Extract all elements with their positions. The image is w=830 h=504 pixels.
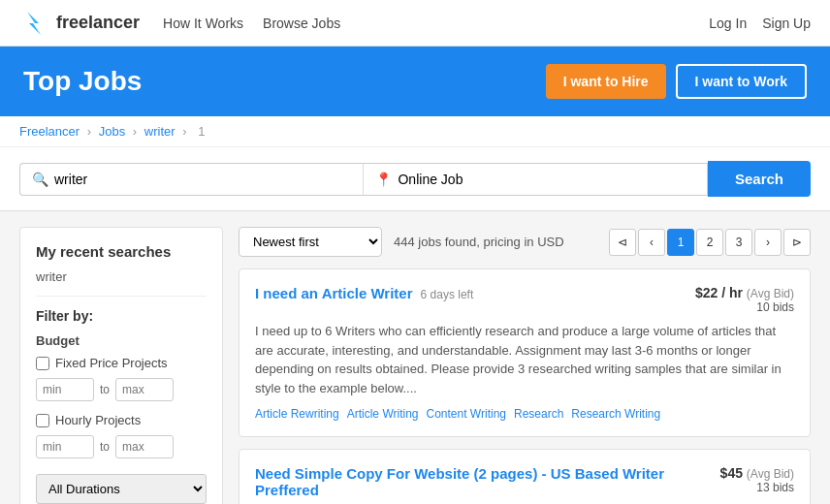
hourly-projects-checkbox[interactable] xyxy=(36,414,49,427)
job-card-1-price-value: $22 / hr xyxy=(695,285,743,300)
job-card-1-tag-3[interactable]: Research xyxy=(514,407,563,421)
sort-select[interactable]: Newest first Oldest first Price: High to… xyxy=(239,227,382,257)
fixed-price-range: to xyxy=(36,378,207,401)
job-card-1-tags: Article Rewriting Article Writing Conten… xyxy=(255,407,794,421)
job-card-1: I need an Article Writer 6 days left $22… xyxy=(239,268,811,437)
page-1-btn[interactable]: 1 xyxy=(667,229,694,256)
job-card-1-price: $22 / hr (Avg Bid) xyxy=(695,285,794,300)
search-location-wrap: 📍 xyxy=(363,163,707,196)
hero-buttons: I want to Hire I want to Work xyxy=(546,64,807,99)
jobs-toolbar: Newest first Oldest first Price: High to… xyxy=(239,227,811,257)
svg-marker-0 xyxy=(27,12,41,35)
hourly-projects-checkbox-label[interactable]: Hourly Projects xyxy=(36,413,207,427)
fixed-range-sep: to xyxy=(100,383,110,396)
auth-links: Log In Sign Up xyxy=(709,16,811,31)
jobs-section: Newest first Oldest first Price: High to… xyxy=(239,227,811,504)
breadcrumb-jobs[interactable]: Jobs xyxy=(99,124,125,139)
page-first-btn[interactable]: ⊲ xyxy=(609,229,636,256)
job-card-1-tag-2[interactable]: Content Writing xyxy=(427,407,506,421)
job-card-2: Need Simple Copy For Website (2 pages) -… xyxy=(239,449,811,504)
job-card-1-tag-4[interactable]: Research Writing xyxy=(571,407,660,421)
job-card-1-title-block: I need an Article Writer 6 days left xyxy=(255,285,473,301)
nav-browse-jobs[interactable]: Browse Jobs xyxy=(263,16,340,31)
pagination: ⊲ ‹ 1 2 3 › ⊳ xyxy=(609,229,811,256)
breadcrumb-sep-3: › xyxy=(182,124,186,139)
navbar: freelancer How It Works Browse Jobs Log … xyxy=(0,0,830,47)
fixed-max-input[interactable] xyxy=(115,378,174,401)
hourly-projects-label: Hourly Projects xyxy=(55,413,141,427)
job-card-1-tag-0[interactable]: Article Rewriting xyxy=(255,407,339,421)
nav-links: How It Works Browse Jobs xyxy=(163,16,709,31)
job-card-1-bids: 10 bids xyxy=(695,300,794,314)
nav-how-it-works[interactable]: How It Works xyxy=(163,16,243,31)
search-icon: 🔍 xyxy=(32,172,48,187)
job-card-1-price-block: $22 / hr (Avg Bid) 10 bids xyxy=(695,285,794,314)
duration-select[interactable]: All Durations Less than 1 week 1-4 weeks… xyxy=(36,474,207,504)
location-input[interactable] xyxy=(398,172,694,187)
nav-login[interactable]: Log In xyxy=(709,16,747,31)
hourly-range: to xyxy=(36,435,207,458)
job-card-1-header: I need an Article Writer 6 days left $22… xyxy=(255,285,794,314)
page-title: Top Jobs xyxy=(23,66,142,97)
job-card-1-title-row: I need an Article Writer 6 days left xyxy=(255,285,473,301)
page-3-btn[interactable]: 3 xyxy=(725,229,752,256)
breadcrumb-sep-2: › xyxy=(133,124,137,139)
hourly-min-input[interactable] xyxy=(36,435,94,458)
recent-searches-title: My recent searches xyxy=(36,243,207,260)
fixed-price-checkbox[interactable] xyxy=(36,357,49,370)
sidebar-divider xyxy=(36,296,207,297)
job-card-2-price-block: $45 (Avg Bid) 13 bids xyxy=(720,465,794,494)
job-card-2-bids: 13 bids xyxy=(720,481,794,494)
search-button[interactable]: Search xyxy=(708,161,811,197)
brand-logo[interactable]: freelancer xyxy=(19,8,140,39)
main-content: My recent searches writer Filter by: Bud… xyxy=(0,211,830,504)
hire-button[interactable]: I want to Hire xyxy=(546,64,666,99)
toolbar-left: Newest first Oldest first Price: High to… xyxy=(239,227,564,257)
location-pin-icon: 📍 xyxy=(375,172,392,187)
recent-search-writer[interactable]: writer xyxy=(36,269,207,284)
job-card-1-time: 6 days left xyxy=(421,288,474,301)
hero-banner: Top Jobs I want to Hire I want to Work xyxy=(0,47,830,116)
job-card-2-price-label: (Avg Bid) xyxy=(747,467,794,481)
fixed-price-label: Fixed Price Projects xyxy=(55,356,168,370)
jobs-count: 444 jobs found, pricing in USD xyxy=(394,235,564,249)
page-last-btn[interactable]: ⊳ xyxy=(783,229,811,256)
job-card-2-title-block: Need Simple Copy For Website (2 pages) -… xyxy=(255,465,720,504)
job-card-1-tag-1[interactable]: Article Writing xyxy=(347,407,419,421)
fixed-price-checkbox-label[interactable]: Fixed Price Projects xyxy=(36,356,207,370)
job-card-2-price-value: $45 xyxy=(720,465,743,481)
job-card-1-price-label: (Avg Bid) xyxy=(747,287,794,300)
search-keyword-wrap: 🔍 xyxy=(19,163,363,196)
page-prev-btn[interactable]: ‹ xyxy=(638,229,665,256)
page-next-btn[interactable]: › xyxy=(754,229,782,256)
search-bar: 🔍 📍 Search xyxy=(0,147,830,211)
breadcrumb-page: 1 xyxy=(198,124,205,139)
hourly-max-input[interactable] xyxy=(115,435,174,458)
search-input[interactable] xyxy=(54,172,351,187)
job-card-1-title[interactable]: I need an Article Writer xyxy=(255,285,413,301)
filter-title: Filter by: xyxy=(36,308,207,324)
work-button[interactable]: I want to Work xyxy=(676,64,807,99)
freelancer-logo-icon xyxy=(19,8,50,39)
breadcrumb: Freelancer › Jobs › writer › 1 xyxy=(0,116,830,147)
breadcrumb-freelancer[interactable]: Freelancer xyxy=(19,124,80,139)
sidebar: My recent searches writer Filter by: Bud… xyxy=(19,227,223,504)
budget-title: Budget xyxy=(36,333,207,348)
fixed-min-input[interactable] xyxy=(36,378,94,401)
hourly-range-sep: to xyxy=(100,440,110,454)
page-2-btn[interactable]: 2 xyxy=(696,229,723,256)
job-card-2-price: $45 (Avg Bid) xyxy=(720,465,794,481)
nav-signup[interactable]: Sign Up xyxy=(762,16,811,31)
job-card-2-title-row: Need Simple Copy For Website (2 pages) -… xyxy=(255,465,720,504)
job-card-2-title[interactable]: Need Simple Copy For Website (2 pages) -… xyxy=(255,465,720,498)
breadcrumb-sep-1: › xyxy=(87,124,91,139)
brand-name: freelancer xyxy=(56,13,140,33)
job-card-2-header: Need Simple Copy For Website (2 pages) -… xyxy=(255,465,794,504)
breadcrumb-writer[interactable]: writer xyxy=(144,124,176,139)
job-card-1-description: I need up to 6 Writers who can efficient… xyxy=(255,322,794,397)
